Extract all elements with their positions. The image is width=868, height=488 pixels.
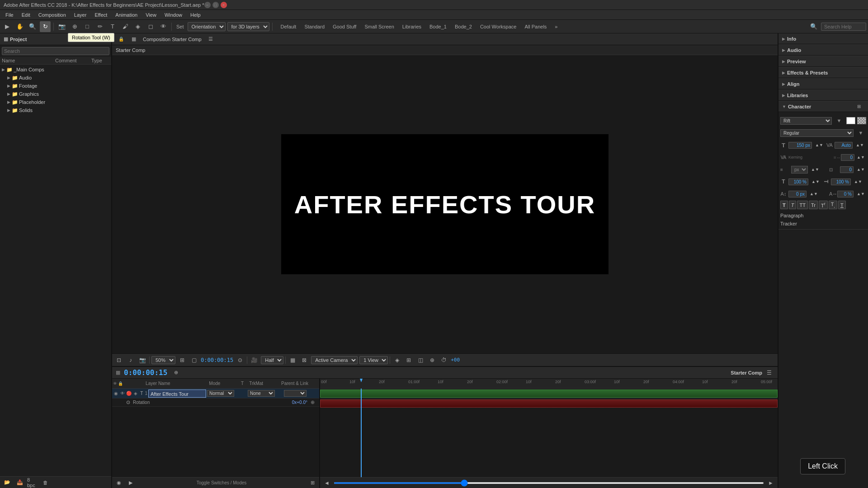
vc-region[interactable]: ▢ [189, 355, 199, 365]
char-fmt-under[interactable]: T [838, 201, 846, 209]
vc-grid[interactable]: ⊞ [404, 355, 414, 365]
char-style-btn[interactable]: ▼ [855, 127, 866, 138]
tool-rotation[interactable]: ↻ Rotation Tool (W) [40, 21, 51, 32]
char-fmt-smallcaps[interactable]: Tr [809, 201, 818, 209]
char-style-select[interactable]: Regular [780, 129, 854, 137]
tool-pen[interactable]: ✏ [94, 21, 105, 32]
close-btn[interactable]: × [221, 2, 227, 8]
char-hscale-input[interactable] [788, 178, 808, 185]
vc-zoom-dropdown[interactable]: 50% [151, 356, 175, 364]
menu-help[interactable]: Help [187, 11, 204, 19]
timeline-current-time[interactable]: 0:00:00:15 [122, 368, 169, 377]
ws-bode1[interactable]: Bode_1 [426, 23, 450, 30]
maximize-btn[interactable]: □ [212, 2, 219, 8]
tree-item-graphics[interactable]: ▶ 📁 Graphics [0, 90, 111, 98]
char-baseline-stepper[interactable]: ▲▼ [808, 188, 819, 199]
tl-parent-btn[interactable]: ◉ [114, 478, 124, 488]
character-panel-expand[interactable]: ⊞ [854, 101, 864, 112]
tl-switches-label[interactable]: Toggle Switches / Modes [137, 480, 306, 485]
info-header[interactable]: ▶ Info [778, 33, 868, 44]
orientation-dropdown[interactable]: Orientation [188, 22, 226, 31]
char-hscale-stepper[interactable]: ▲▼ [810, 176, 821, 187]
char-tsume-input[interactable] [837, 191, 854, 197]
vc-3d[interactable]: ◈ [392, 355, 402, 365]
tree-item-placeholder[interactable]: ▶ 📁 Placeholder [0, 98, 111, 106]
tl-menu-btn[interactable]: ☰ [764, 368, 774, 378]
minimize-btn[interactable]: − [204, 2, 211, 8]
tool-anchor[interactable]: ⊕ [69, 21, 80, 32]
for3d-dropdown[interactable]: for 3D layers [227, 22, 269, 31]
tree-item-solids[interactable]: ▶ 📁 Solids [0, 106, 111, 114]
menu-composition[interactable]: Composition [35, 11, 70, 19]
char-kern-stepper[interactable]: ▲▼ [855, 152, 866, 163]
layer-shy-1[interactable]: ◈ [133, 390, 139, 397]
tree-item-main-comps[interactable]: ▶ 📁 _Main Comps [0, 66, 111, 74]
char-vscale-input[interactable] [831, 178, 851, 185]
ws-bode2[interactable]: Bode_2 [451, 23, 476, 30]
rotation-reset-btn[interactable]: ⊕ [309, 399, 316, 406]
char-unit-stepper[interactable]: ▲▼ [810, 164, 821, 175]
vc-camera-view[interactable]: Active Camera [311, 356, 358, 364]
search-btn[interactable]: 🔍 [808, 21, 819, 32]
vc-audio[interactable]: ♪ [126, 355, 136, 365]
layer-parent-select-1[interactable] [284, 390, 307, 397]
project-new-folder[interactable]: 📂 [2, 477, 13, 488]
char-fmt-italic[interactable]: T [789, 201, 797, 209]
vc-view-count[interactable]: 1 View [359, 356, 388, 364]
menu-layer[interactable]: Layer [71, 11, 90, 19]
ws-default[interactable]: Default [277, 23, 300, 30]
tool-stamp[interactable]: ◈ [132, 21, 143, 32]
vc-fps[interactable]: ⏱ [439, 355, 449, 365]
align-header[interactable]: ▶ Align [778, 79, 868, 89]
ws-more[interactable]: » [551, 23, 561, 30]
char-tracking-input[interactable] [835, 142, 853, 149]
tl-playhead[interactable] [361, 389, 362, 477]
tool-brush[interactable]: 🖌 [120, 21, 131, 32]
char-tracking-stepper[interactable]: ▲▼ [854, 140, 865, 150]
project-settings[interactable]: 8 bpc [27, 477, 38, 488]
vc-transparency[interactable]: ⊠ [299, 355, 309, 365]
rotation-keyframe-btn[interactable]: ⊙ [125, 399, 131, 406]
tool-select[interactable]: ▶ [2, 21, 13, 32]
comp-panel-lock[interactable]: 🔒 [116, 34, 127, 45]
libraries-header[interactable]: ▶ Libraries [778, 90, 868, 101]
ws-goodstuff[interactable]: Good Stuff [329, 23, 360, 30]
char-fmt-super[interactable]: Tr [819, 201, 828, 209]
char-fill-color[interactable] [846, 117, 855, 124]
search-help-input[interactable] [821, 23, 866, 31]
vc-color-correct[interactable]: ⊕ [427, 355, 437, 365]
ws-standard[interactable]: Standard [301, 23, 328, 30]
char-font-btn[interactable]: ▼ [834, 115, 844, 126]
char-size-stepper[interactable]: ▲▼ [814, 140, 825, 150]
vc-guides[interactable]: ◫ [415, 355, 425, 365]
tree-item-audio[interactable]: ▶ 📁 Audio [0, 74, 111, 82]
effects-presets-header[interactable]: ▶ Effects & Presets [778, 67, 868, 78]
menu-view[interactable]: View [142, 11, 160, 19]
char-fmt-sub[interactable]: T, [829, 201, 837, 209]
tool-puppet[interactable]: 👁 [158, 21, 169, 32]
vc-resolution[interactable]: ▦ [288, 355, 297, 365]
vc-clock[interactable]: ⊙ [235, 355, 245, 365]
char-size-input[interactable] [788, 142, 812, 149]
layer-vis-1[interactable]: 👁 [120, 390, 126, 397]
menu-window[interactable]: Window [161, 11, 186, 19]
table-row[interactable]: ◉ 👁 🔴 ◈ T 1 After Effects Tour Normal [112, 389, 319, 399]
tool-hand[interactable]: ✋ [14, 21, 25, 32]
tl-preview-btn[interactable]: ▶ [126, 478, 136, 488]
comp-breadcrumb[interactable]: Starter Comp [116, 47, 145, 53]
project-import[interactable]: 📥 [14, 477, 25, 488]
menu-animation[interactable]: Animation [112, 11, 141, 19]
ws-libraries[interactable]: Libraries [399, 23, 425, 30]
tool-shape[interactable]: □ [82, 21, 93, 32]
tool-text[interactable]: T [107, 21, 118, 32]
comp-tab-menu[interactable]: ☰ [205, 34, 216, 45]
char-unit-select[interactable]: px [791, 166, 808, 174]
tool-eraser[interactable]: ◻ [145, 21, 156, 32]
layer-solo-1[interactable]: ◉ [113, 390, 119, 397]
layer-lock-1[interactable]: 🔴 [126, 390, 132, 397]
char-fmt-allcaps[interactable]: TT [797, 201, 807, 209]
ws-cool[interactable]: Cool Workspace [476, 23, 520, 30]
tool-camera[interactable]: 📷 [57, 21, 67, 32]
ws-smallscreen[interactable]: Small Screen [361, 23, 397, 30]
ws-allpanels[interactable]: All Panels [521, 23, 550, 30]
